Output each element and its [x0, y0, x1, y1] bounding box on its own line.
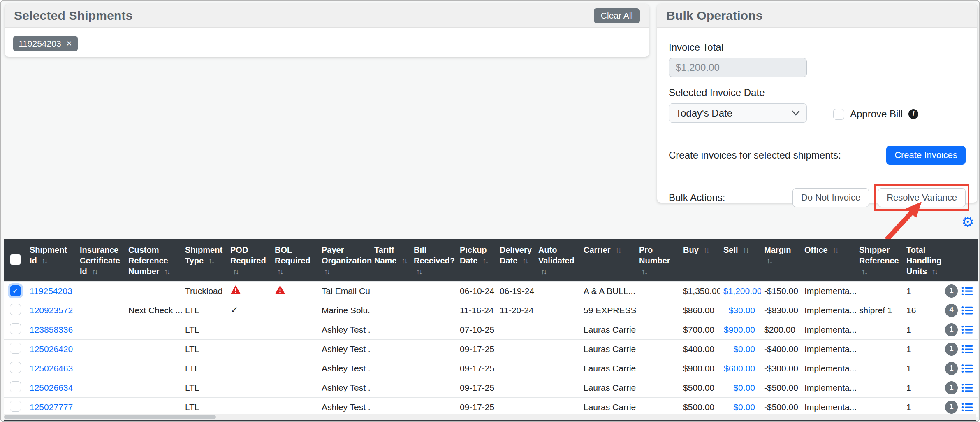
- column-header-shipmentId[interactable]: Shipment Id ↑↓: [26, 239, 76, 281]
- cell-proNumber: [636, 378, 680, 397]
- cell-autoValidated: [535, 378, 580, 397]
- table-row: 125026634LTLAshley Test ...09-17-25Laura…: [4, 378, 978, 397]
- shipment-id-link[interactable]: 125026463: [30, 364, 73, 373]
- sell-amount-link[interactable]: $1,200.00: [723, 286, 761, 296]
- column-header-billReceived[interactable]: Bill Received? ↑↓: [410, 239, 456, 281]
- cell-totalHandlingUnits: 1: [903, 339, 942, 359]
- selected-shipments-title: Selected Shipments: [14, 9, 133, 23]
- shipment-items-list-icon[interactable]: [961, 402, 973, 412]
- cell-billReceived: [410, 339, 456, 359]
- cell-office: Implementa...: [801, 359, 856, 378]
- approve-bill-checkbox[interactable]: [833, 109, 844, 120]
- cell-proNumber: [636, 339, 680, 359]
- sell-amount-link[interactable]: $600.00: [724, 364, 755, 373]
- shipment-id-link[interactable]: 119254203: [30, 286, 72, 296]
- row-checkbox[interactable]: [10, 304, 21, 315]
- shipment-items-list-icon[interactable]: [961, 344, 973, 354]
- sort-icon: ↑↓: [743, 246, 748, 254]
- shipment-items-list-icon[interactable]: [961, 305, 973, 315]
- cell-shipmentId: 120923572: [26, 301, 76, 320]
- cell-pickupDate: 07-10-25: [456, 320, 496, 339]
- sell-amount-link[interactable]: $900.00: [724, 325, 755, 334]
- resolve-variance-button[interactable]: Resolve Variance: [878, 188, 966, 207]
- bulk-actions-label: Bulk Actions:: [669, 192, 725, 203]
- cell-bolRequired: [271, 301, 318, 320]
- column-header-pickupDate[interactable]: Pickup Date ↑↓: [456, 239, 496, 281]
- cell-pickupDate: 06-10-24: [456, 281, 496, 301]
- column-header-insuranceCertificateId[interactable]: Insurance Certificate Id ↑↓: [76, 239, 125, 281]
- invoice-total-input[interactable]: [669, 58, 807, 77]
- create-invoices-text: Create invoices for selected shipments:: [669, 149, 841, 161]
- column-header-margin[interactable]: Margin ↑↓: [761, 239, 801, 281]
- row-checkbox[interactable]: [10, 323, 21, 334]
- invoice-date-selected-value: Today's Date: [676, 107, 732, 119]
- select-all-checkbox[interactable]: [10, 254, 21, 265]
- cell-shipperReference: [856, 281, 903, 301]
- shipment-id-link[interactable]: 123858336: [30, 325, 73, 334]
- cell-shipmentType: LTL: [182, 301, 227, 320]
- column-header-totalHandlingUnits[interactable]: Total Handling Units ↑↓: [903, 239, 942, 281]
- do-not-invoice-button[interactable]: Do Not Invoice: [792, 188, 869, 207]
- table-footer-strip: [4, 420, 976, 422]
- sell-amount-link[interactable]: $0.00: [733, 344, 755, 354]
- cell-sell: $0.00: [720, 339, 761, 359]
- cell-proNumber: [636, 320, 680, 339]
- cell-payerOrganization: Ashley Test ...: [318, 320, 371, 339]
- selected-shipment-tag[interactable]: 119254203 ✕: [13, 36, 78, 51]
- shipment-id-link[interactable]: 125026634: [30, 383, 73, 392]
- shipment-id-link[interactable]: 120923572: [30, 305, 73, 315]
- app-window: Selected Shipments Clear All 119254203 ✕…: [0, 0, 980, 422]
- scrollbar-thumb[interactable]: [4, 415, 216, 419]
- create-invoices-button[interactable]: Create Invoices: [886, 146, 966, 165]
- selected-shipments-body: 119254203 ✕: [5, 28, 649, 60]
- sell-amount-link[interactable]: $30.00: [729, 305, 755, 315]
- row-checkbox[interactable]: [10, 343, 21, 354]
- shipment-items-list-icon[interactable]: [961, 383, 973, 393]
- row-checkbox[interactable]: [10, 381, 21, 392]
- cell-margin: -$500.00: [761, 378, 801, 397]
- sell-amount-link[interactable]: $0.00: [733, 383, 755, 392]
- invoice-date-select[interactable]: Today's Date: [669, 103, 807, 123]
- column-header-payerOrganization[interactable]: Payer Organization ↑↓: [318, 239, 371, 281]
- header-select-cell: [4, 239, 26, 281]
- clear-all-button[interactable]: Clear All: [594, 8, 640, 23]
- row-checkbox[interactable]: [10, 285, 21, 296]
- bulk-operations-panel: Bulk Operations Invoice Total Selected I…: [657, 4, 977, 203]
- row-checkbox[interactable]: [10, 401, 21, 412]
- table-row: 120923572Next Check ...LTL✓Marine Solu..…: [4, 301, 978, 320]
- column-header-office[interactable]: Office ↑↓: [801, 239, 856, 281]
- cell-insuranceCertificateId: [76, 378, 125, 397]
- shipment-id-link[interactable]: 125027777: [30, 402, 73, 412]
- cell-customReferenceNumber: [125, 359, 182, 378]
- cell-autoValidated: [535, 320, 580, 339]
- sort-icon: ↑↓: [92, 267, 97, 276]
- column-header-shipmentType[interactable]: Shipment Type ↑↓: [182, 239, 227, 281]
- column-header-autoValidated[interactable]: Auto Validated ↑↓: [535, 239, 580, 281]
- shipment-items-list-icon[interactable]: [961, 286, 973, 296]
- column-header-deliveryDate[interactable]: Delivery Date ↑↓: [496, 239, 535, 281]
- cell-office: Implementa...: [801, 339, 856, 359]
- shipment-id-link[interactable]: 125026420: [30, 344, 73, 354]
- approve-bill-field: Approve Bill i: [833, 108, 918, 120]
- column-header-tariffName[interactable]: Tariff Name ↑↓: [371, 239, 410, 281]
- column-header-buy[interactable]: Buy ↑↓: [680, 239, 720, 281]
- horizontal-scrollbar[interactable]: [4, 414, 976, 420]
- column-header-proNumber[interactable]: Pro Number ↑↓: [636, 239, 680, 281]
- row-checkbox[interactable]: [10, 362, 21, 373]
- cell-bolRequired: [271, 320, 318, 339]
- shipment-items-list-icon[interactable]: [961, 325, 973, 335]
- info-icon[interactable]: i: [908, 109, 918, 119]
- table-settings-gear-icon[interactable]: ⚙: [961, 215, 974, 229]
- column-header-shipperReference[interactable]: Shipper Reference ↑↓: [856, 239, 903, 281]
- column-header-carrier[interactable]: Carrier ↑↓: [580, 239, 636, 281]
- cell-autoValidated: [535, 281, 580, 301]
- tag-close-icon[interactable]: ✕: [66, 40, 72, 47]
- column-header-sell[interactable]: Sell ↑↓: [720, 239, 761, 281]
- column-header-bolRequired[interactable]: BOL Required ↑↓: [271, 239, 318, 281]
- shipment-items-list-icon[interactable]: [961, 364, 973, 373]
- column-header-podRequired[interactable]: POD Required ↑↓: [227, 239, 271, 281]
- column-header-customReferenceNumber[interactable]: Custom Reference Number ↑↓: [125, 239, 182, 281]
- cell-totalHandlingUnits: 1: [903, 359, 942, 378]
- cell-select: [4, 320, 26, 339]
- sell-amount-link[interactable]: $0.00: [733, 402, 755, 412]
